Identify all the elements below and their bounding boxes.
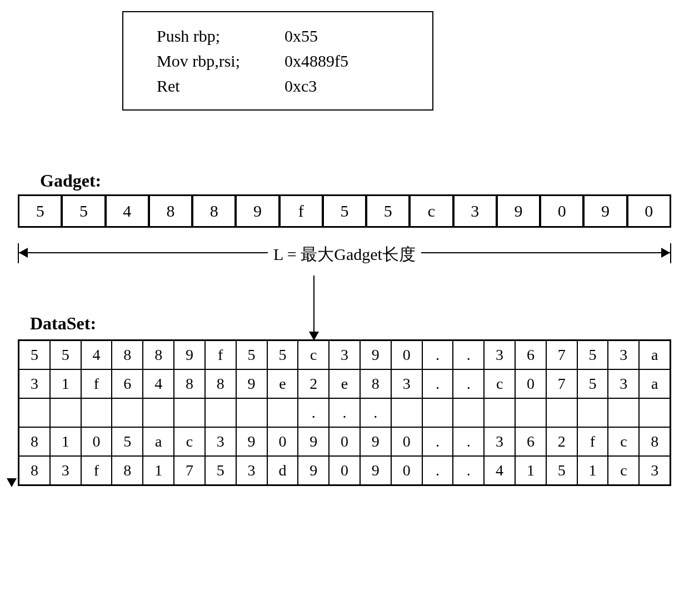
dataset-cell: 7	[174, 457, 206, 484]
dataset-cell: .	[453, 428, 485, 455]
dataset-cell: 3	[329, 341, 361, 369]
dataset-cell: 9	[174, 341, 206, 369]
dataset-cell	[19, 399, 51, 427]
dataset-cell	[174, 399, 206, 427]
dataset-cell: 0	[268, 428, 299, 455]
dataset-cell: 5	[19, 341, 51, 369]
dataset-cell: 0	[392, 341, 423, 369]
dataset-cell: 8	[112, 457, 143, 484]
dataset-cell: .	[298, 399, 329, 427]
dataset-cell: f	[82, 457, 113, 484]
dimension-annotation: L = 最大Gadget长度	[18, 231, 671, 276]
dataset-cell: 3	[392, 370, 423, 398]
arrow-down-icon	[313, 276, 314, 339]
dataset-cell: .	[423, 370, 454, 398]
dataset-cell: 3	[51, 457, 82, 484]
asm-text: Push rbp;	[157, 23, 284, 48]
dataset-cell: f	[578, 428, 609, 455]
dataset-cell: 5	[237, 341, 268, 369]
dataset-cell	[485, 399, 516, 427]
dataset-cell	[143, 399, 174, 427]
asm-text: Mov rbp,rsi;	[157, 48, 284, 73]
dataset-cell	[608, 399, 640, 427]
dataset-cell: 6	[112, 370, 143, 398]
gadget-cell: 3	[453, 196, 497, 226]
dataset-cell: 1	[516, 457, 547, 484]
gadget-cell: 5	[62, 196, 105, 226]
dataset-cell: .	[453, 370, 485, 398]
dataset-cell: 3	[19, 370, 51, 398]
dataset-cell: 0	[329, 428, 361, 455]
dataset-cell: 0	[82, 428, 113, 455]
gadget-cell: 5	[323, 196, 366, 226]
code-line-1: Push rbp; 0x55	[157, 23, 399, 48]
dataset-cell: 4	[143, 370, 174, 398]
arrow-down-icon	[313, 111, 314, 166]
dataset-cell: 2	[547, 428, 578, 455]
dataset-cell: 9	[237, 370, 268, 398]
dimension-text: L = 最大Gadget长度	[268, 245, 421, 263]
dataset-cell: 5	[268, 341, 299, 369]
gadget-cell: 9	[236, 196, 279, 226]
dataset-cell: 8	[19, 428, 51, 455]
code-line-3: Ret 0xc3	[157, 73, 399, 98]
dataset-cell: .	[423, 428, 454, 455]
dataset-cell: 9	[237, 428, 268, 455]
dataset-cell: 9	[361, 341, 392, 369]
dataset-cell: 8	[174, 370, 206, 398]
dataset-cell: 8	[361, 370, 392, 398]
dataset-cell	[640, 399, 670, 427]
dataset-cell	[578, 399, 609, 427]
dataset-cell: 4	[82, 341, 113, 369]
dataset-table: 554889f55c390..36753a31f64889e2e83..c075…	[18, 339, 671, 486]
dataset-row: 83f81753d9090..4151c3	[19, 457, 670, 484]
dataset-cell: c	[298, 341, 329, 369]
dataset-cell: 0	[392, 457, 423, 484]
dataset-cell: c	[485, 370, 516, 398]
dataset-cell: .	[423, 341, 454, 369]
dataset-cell: 9	[361, 428, 392, 455]
gadget-cell: f	[279, 196, 323, 226]
hex-text: 0xc3	[284, 73, 317, 98]
dataset-cell	[112, 399, 143, 427]
dataset-row: 31f64889e2e83..c0753a	[19, 370, 670, 399]
gadget-cell: 9	[583, 196, 627, 226]
gadget-cell: 4	[106, 196, 149, 226]
dataset-cell: 0	[516, 370, 547, 398]
gadget-label: Gadget:	[40, 171, 678, 191]
dataset-cell: 8	[143, 341, 174, 369]
dataset-cell: 1	[51, 370, 82, 398]
dataset-cell: 3	[608, 370, 640, 398]
diagram-container: Push rbp; 0x55 Mov rbp,rsi; 0x4889f5 Ret…	[11, 11, 678, 486]
dataset-cell: c	[608, 457, 640, 484]
dataset-cell: 1	[578, 457, 609, 484]
gadget-cell: 0	[540, 196, 583, 226]
dataset-cell	[453, 399, 485, 427]
dataset-row: ...	[19, 399, 670, 428]
dataset-cell	[82, 399, 113, 427]
dataset-cell: 0	[392, 428, 423, 455]
dataset-cell: 3	[640, 457, 670, 484]
dataset-cell: 6	[516, 341, 547, 369]
dataset-cell: 3	[608, 341, 640, 369]
dataset-cell: 8	[206, 370, 237, 398]
dataset-cell: .	[423, 457, 454, 484]
dataset-cell: 6	[516, 428, 547, 455]
dataset-cell: 3	[206, 428, 237, 455]
dataset-cell: .	[453, 457, 485, 484]
dataset-cell: 8	[19, 457, 51, 484]
dataset-cell: f	[206, 341, 237, 369]
dataset-cell: 9	[298, 428, 329, 455]
dataset-cell: 5	[206, 457, 237, 484]
dataset-cell: e	[268, 370, 299, 398]
dataset-cell: f	[82, 370, 113, 398]
dataset-cell: c	[174, 428, 206, 455]
dataset-cell: 3	[485, 428, 516, 455]
dataset-cell: d	[268, 457, 299, 484]
dataset-cell	[206, 399, 237, 427]
assembly-code-box: Push rbp; 0x55 Mov rbp,rsi; 0x4889f5 Ret…	[122, 11, 433, 111]
asm-text: Ret	[157, 73, 284, 98]
dataset-cell: 3	[237, 457, 268, 484]
dataset-cell: 5	[578, 341, 609, 369]
dataset-cell: .	[453, 341, 485, 369]
